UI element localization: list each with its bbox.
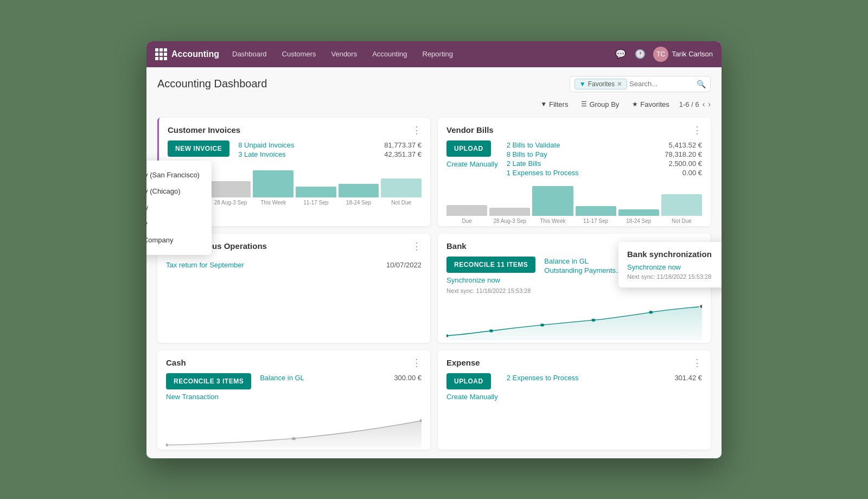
filter-bar: ▼ Filters ☰ Group By ★ Favorites 1-6 / 6…	[157, 99, 711, 110]
stat-row: 8 Unpaid Invoices 81,773.37 €	[238, 140, 422, 150]
new-transaction-link[interactable]: New Transaction	[166, 393, 219, 401]
expense-stats: 2 Expenses to Process 301.42 €	[507, 373, 702, 382]
nav-reporting[interactable]: Reporting	[416, 41, 459, 67]
bills-pay-link[interactable]: 8 Bills to Pay	[507, 150, 547, 158]
bar-notdue	[381, 178, 422, 197]
misc-row-date: 10/07/2022	[386, 261, 422, 269]
tooltip-title: Bank synchronization	[627, 250, 718, 259]
nav-accounting[interactable]: Accounting	[366, 41, 413, 67]
card-menu-cash[interactable]: ⋮	[412, 358, 422, 368]
cash-chart	[157, 406, 430, 450]
create-manually-link[interactable]: Create Manually	[446, 160, 498, 168]
chart-label: 11-17 Sep	[583, 218, 608, 224]
chart-col-sep18: 18-24 Sep	[339, 184, 379, 206]
nav-right: 💬 🕐 TC Tarik Carlson	[614, 47, 713, 62]
filters-button[interactable]: ▼ Filters	[537, 99, 571, 110]
card-menu-expense[interactable]: ⋮	[692, 358, 702, 368]
favorites-button[interactable]: ★ Favorites	[629, 99, 672, 110]
vendor-bills-card: Vendor Bills ⋮ UPLOAD Create Manually 2 …	[438, 118, 711, 226]
cash-balance-link[interactable]: Balance in GL	[260, 374, 304, 382]
bar-aug	[210, 181, 251, 197]
main-window: Accounting Dashboard Customers Vendors A…	[146, 41, 722, 458]
search-box[interactable]: ▼ Favorites ✕ 🔍	[570, 76, 711, 92]
sync-now-link[interactable]: Synchronize now	[446, 276, 500, 284]
late-invoices-link[interactable]: 3 Late Invoices	[238, 150, 285, 158]
cash-stats: Balance in GL 300.00 €	[260, 373, 422, 382]
stat-row: 2 Expenses to Process 301.42 €	[507, 373, 702, 382]
company-item-4[interactable]: My Belgian Company	[146, 232, 203, 248]
card-menu-invoices[interactable]: ⋮	[412, 125, 422, 135]
reconcile-cash-button[interactable]: RECONCILE 3 ITEMS	[166, 373, 251, 389]
expense-create-manually-link[interactable]: Create Manually	[446, 393, 498, 401]
company-item-3[interactable]: SF Company	[146, 216, 203, 232]
stat-row: Balance in GL 300.00 €	[260, 373, 422, 382]
tooltip-next-sync: Next sync: 11/18/2022 15:53:28	[627, 273, 718, 280]
vendor-chart: Due 28 Aug-3 Sep This Week 11-17 Sep	[438, 183, 711, 226]
cash-card-header: Cash ⋮	[157, 350, 430, 373]
avatar: TC	[653, 47, 668, 62]
late-bills-value: 2,500.00 €	[669, 159, 702, 168]
svg-point-5	[699, 304, 702, 308]
chart-col: Due	[446, 205, 487, 224]
search-icon[interactable]: 🔍	[697, 80, 706, 88]
misc-row-label[interactable]: Tax return for September	[166, 261, 244, 269]
expense-upload-button[interactable]: UPLOAD	[446, 373, 491, 389]
chart-label-sep11: 11-17 Sep	[303, 200, 328, 206]
card-menu-misc[interactable]: ⋮	[412, 241, 422, 251]
reconcile-bank-button[interactable]: RECONCILE 11 ITEMS	[446, 257, 535, 273]
chart-label-thisweek: This Week	[260, 200, 286, 206]
chart-label: Not Due	[672, 218, 692, 224]
company-label-2: BC Company	[146, 203, 148, 212]
new-invoice-button[interactable]: NEW INVOICE	[168, 140, 229, 157]
search-input[interactable]	[629, 80, 694, 88]
card-menu-vendor[interactable]: ⋮	[692, 125, 702, 135]
unpaid-invoices-link[interactable]: 8 Unpaid Invoices	[238, 141, 294, 149]
chat-icon[interactable]: 💬	[614, 48, 627, 61]
upload-button[interactable]: UPLOAD	[446, 140, 491, 157]
filter-tag-favorites: ▼ Favorites ✕	[575, 79, 627, 89]
star-icon: ★	[632, 100, 638, 108]
nav-customers[interactable]: Customers	[276, 41, 323, 67]
grid-icon	[155, 48, 167, 60]
bar	[576, 206, 616, 216]
company-label-4: My Belgian Company	[146, 236, 174, 244]
expenses-process-link[interactable]: 1 Expenses to Process	[507, 169, 579, 177]
clock-icon[interactable]: 🕐	[634, 48, 647, 61]
company-item-2[interactable]: BC Company	[146, 200, 203, 216]
company-item-0[interactable]: My Company (San Francisco)	[146, 167, 203, 183]
user-menu[interactable]: TC Tarik Carlson	[653, 47, 713, 62]
bar-sep11	[296, 187, 336, 197]
chart-label-sep18: 18-24 Sep	[346, 200, 371, 206]
prev-page-button[interactable]: ‹	[703, 100, 705, 108]
misc-row: Tax return for September 10/07/2022	[157, 257, 430, 273]
groupby-label: Group By	[589, 100, 619, 108]
groupby-icon: ☰	[581, 100, 587, 108]
groupby-button[interactable]: ☰ Group By	[578, 99, 622, 110]
outstanding-link[interactable]: Outstanding Payments...	[544, 266, 621, 274]
nav-vendors[interactable]: Vendors	[324, 41, 363, 67]
balance-gl-link[interactable]: Balance in GL	[544, 257, 589, 265]
bar	[618, 209, 659, 216]
next-page-button[interactable]: ›	[708, 100, 711, 108]
cash-balance-value: 300.00 €	[394, 374, 422, 382]
expenses-process-link2[interactable]: 2 Expenses to Process	[507, 374, 579, 382]
next-sync-info: Next sync: 11/18/2022 15:53:28	[446, 287, 531, 294]
bar	[661, 194, 702, 216]
bills-validate-link[interactable]: 2 Bills to Validate	[507, 141, 560, 149]
expenses-process-value: 0.00 €	[682, 169, 702, 177]
app-logo[interactable]: Accounting	[155, 48, 219, 60]
filter-tag-close[interactable]: ✕	[617, 80, 622, 88]
unpaid-invoices-value: 81,773.37 €	[384, 141, 422, 149]
nav-dashboard[interactable]: Dashboard	[226, 41, 273, 67]
card-header: Customer Invoices ⋮	[159, 118, 430, 140]
chart-col: 18-24 Sep	[618, 209, 659, 224]
chart-col: Not Due	[661, 194, 702, 224]
expense-card: Expense ⋮ UPLOAD Create Manually 2 Expen…	[438, 350, 711, 450]
late-bills-link[interactable]: 2 Late Bills	[507, 159, 541, 168]
company-dropdown: My Company (San Francisco) My Company (C…	[146, 161, 212, 255]
tooltip-sync-link[interactable]: Synchronize now	[627, 263, 718, 271]
company-item-1[interactable]: My Company (Chicago)	[146, 183, 203, 200]
cash-title: Cash	[166, 358, 186, 367]
chart-label-notdue: Not Due	[391, 200, 411, 206]
stat-row: 8 Bills to Pay 78,318.20 €	[507, 150, 702, 159]
